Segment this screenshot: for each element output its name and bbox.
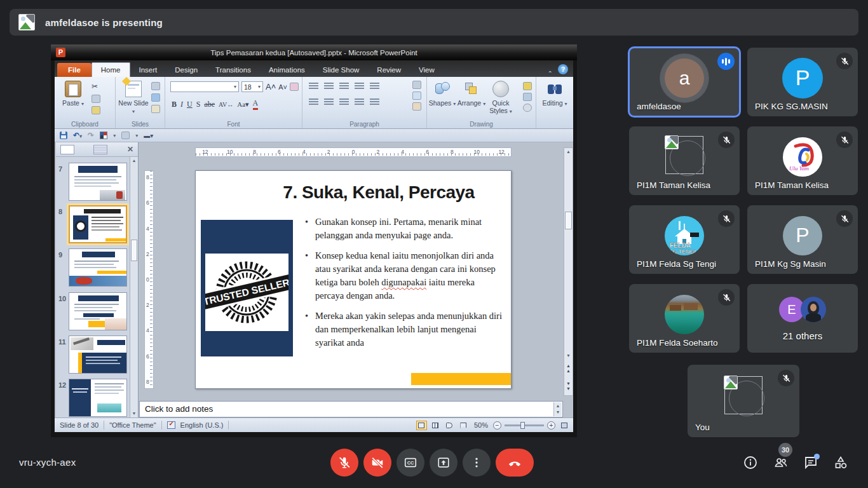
underline-button[interactable]: U	[187, 100, 193, 109]
chat-button[interactable]	[803, 455, 818, 470]
normal-view-button[interactable]	[416, 421, 427, 430]
participant-tile-amfeldasoe[interactable]: a amfeldasoe	[629, 48, 740, 116]
clear-formatting-icon[interactable]	[290, 83, 299, 91]
quick-styles-button[interactable]: Quick Styles ▾	[487, 81, 515, 114]
columns-icon[interactable]	[370, 98, 379, 106]
font-name-combobox[interactable]: ▾	[170, 81, 239, 92]
tab-view[interactable]: View	[410, 63, 444, 77]
cut-icon[interactable]: ✂	[92, 82, 98, 92]
align-right-icon[interactable]	[339, 98, 349, 106]
captions-button[interactable]: CC	[397, 449, 424, 477]
undo-icon[interactable]: ↶▾	[73, 131, 82, 140]
slide-thumbnail-10[interactable]: 10	[56, 292, 131, 332]
slide-thumbnail-12[interactable]: 12	[56, 379, 131, 418]
increase-indent-icon[interactable]	[355, 83, 364, 90]
show-everyone-button[interactable]	[773, 455, 789, 470]
notes-scrollbar[interactable]: ▲▼	[553, 402, 562, 416]
participant-tile-taman-kelisa-2[interactable]: Ulu Yam PI1M Taman Kelisa	[747, 126, 858, 195]
participant-tile-you[interactable]: You	[688, 365, 799, 437]
decrease-indent-icon[interactable]	[339, 83, 349, 90]
copy-icon[interactable]	[92, 95, 100, 103]
horizontal-ruler[interactable]: 12108642024681012	[195, 147, 512, 157]
collapse-ribbon-button[interactable]: ⌃	[543, 70, 558, 77]
shape-outline-icon[interactable]	[523, 93, 532, 101]
paste-button[interactable]: Paste ▾	[58, 81, 88, 107]
shapes-button[interactable]: Shapes ▾	[428, 81, 456, 107]
more-options-button[interactable]	[463, 449, 491, 477]
character-spacing-icon[interactable]: AV↔	[219, 101, 233, 108]
layout-icon[interactable]	[151, 82, 160, 90]
reset-icon[interactable]	[151, 93, 160, 102]
scrollbar-thumb[interactable]	[565, 212, 572, 229]
slide-thumbnail-9[interactable]: 9	[56, 248, 131, 288]
theme-colors-icon[interactable]	[100, 132, 107, 139]
end-call-button[interactable]	[496, 449, 534, 477]
tab-slideshow[interactable]: Slide Show	[314, 63, 369, 77]
convert-smartart-icon[interactable]	[412, 102, 421, 111]
change-case-icon[interactable]: Aa▾	[237, 100, 248, 109]
section-icon[interactable]	[151, 105, 160, 113]
tab-file[interactable]: File	[57, 63, 92, 77]
strikethrough-button[interactable]: abe	[204, 100, 215, 109]
previous-slide-button[interactable]: ▲▲	[564, 363, 573, 374]
redo-icon[interactable]: ↷	[88, 131, 94, 140]
italic-button[interactable]: I	[180, 100, 183, 109]
format-painter-icon[interactable]	[92, 106, 100, 114]
zoom-in-button[interactable]: +	[547, 421, 555, 430]
slide-show-from-start-icon[interactable]	[121, 132, 130, 139]
line-spacing-icon[interactable]	[370, 83, 379, 90]
activities-button[interactable]	[833, 455, 848, 470]
shrink-font-icon[interactable]: A˅	[278, 83, 287, 91]
shape-fill-icon[interactable]	[523, 82, 532, 90]
align-left-icon[interactable]	[309, 98, 318, 106]
arrange-button[interactable]: Arrange ▾	[456, 81, 487, 107]
numbering-icon[interactable]	[324, 83, 334, 90]
editing-button[interactable]: Editing ▾	[540, 81, 569, 107]
participant-tile-21-others[interactable]: E 21 others	[747, 284, 858, 353]
reading-view-button[interactable]	[444, 421, 455, 430]
next-slide-button[interactable]: ▼▼	[564, 381, 573, 391]
scroll-down-icon[interactable]: ▼	[564, 352, 573, 360]
zoom-out-button[interactable]: −	[493, 421, 501, 430]
mic-toggle-button[interactable]	[330, 449, 358, 477]
participant-tile-pik-kg-sg-masin[interactable]: P PIK KG SG.MASIN	[747, 48, 858, 116]
spell-check-icon[interactable]	[167, 421, 175, 429]
save-icon[interactable]	[60, 132, 67, 139]
participant-tile-kg-sg-masin[interactable]: P PI1M Kg Sg Masin	[747, 205, 858, 274]
help-button[interactable]: ?	[558, 64, 568, 74]
tab-review[interactable]: Review	[368, 63, 410, 77]
tab-animations[interactable]: Animations	[260, 63, 314, 77]
slide-thumbnail-7[interactable]: 7	[56, 163, 131, 202]
zoom-slider[interactable]	[505, 424, 544, 426]
font-size-combobox[interactable]: 18▾	[241, 81, 263, 92]
camera-toggle-button[interactable]	[363, 449, 391, 477]
slides-tab[interactable]	[60, 145, 74, 154]
meeting-details-button[interactable]	[743, 455, 758, 470]
vertical-scrollbar[interactable]: ▲ ▼ ▲▲ ▼▼	[564, 147, 573, 396]
tab-design[interactable]: Design	[166, 63, 207, 77]
shape-effects-icon[interactable]	[523, 104, 532, 112]
vertical-ruler[interactable]: 864202468	[144, 170, 154, 389]
font-color-icon[interactable]: A	[253, 98, 259, 110]
slide-thumbnail-8[interactable]: 8	[56, 205, 131, 245]
tab-insert[interactable]: Insert	[130, 63, 166, 77]
participant-tile-taman-kelisa-1[interactable]: PI1M Taman Kelisa	[629, 126, 740, 195]
slide-thumbnail-11[interactable]: 11	[56, 336, 131, 375]
present-button[interactable]	[430, 449, 458, 477]
tab-home[interactable]: Home	[92, 62, 130, 77]
close-panel-icon[interactable]: ✕	[127, 145, 133, 154]
new-slide-button[interactable]: New Slide ▾	[118, 81, 149, 114]
customize-qat-icon[interactable]: ▬▾	[144, 132, 153, 139]
shadow-button[interactable]: S	[196, 100, 201, 109]
justify-icon[interactable]	[355, 98, 364, 106]
participant-tile-felda-soeharto[interactable]: PI1M Felda Soeharto	[629, 284, 740, 353]
zoom-slider-thumb[interactable]	[520, 422, 525, 429]
slide-sorter-view-button[interactable]	[430, 421, 441, 430]
participant-tile-felda-sg-tengi[interactable]: FELDA SG.TENGI PI1M Felda Sg Tengi	[629, 205, 740, 274]
tab-transitions[interactable]: Transitions	[207, 63, 260, 77]
align-center-icon[interactable]	[324, 98, 334, 106]
grow-font-icon[interactable]: A˄	[266, 82, 276, 92]
scroll-up-icon[interactable]: ▲	[564, 148, 573, 156]
bullets-icon[interactable]	[309, 83, 318, 90]
slides-panel-scrollbar[interactable]: ▲ ▼	[130, 157, 138, 417]
